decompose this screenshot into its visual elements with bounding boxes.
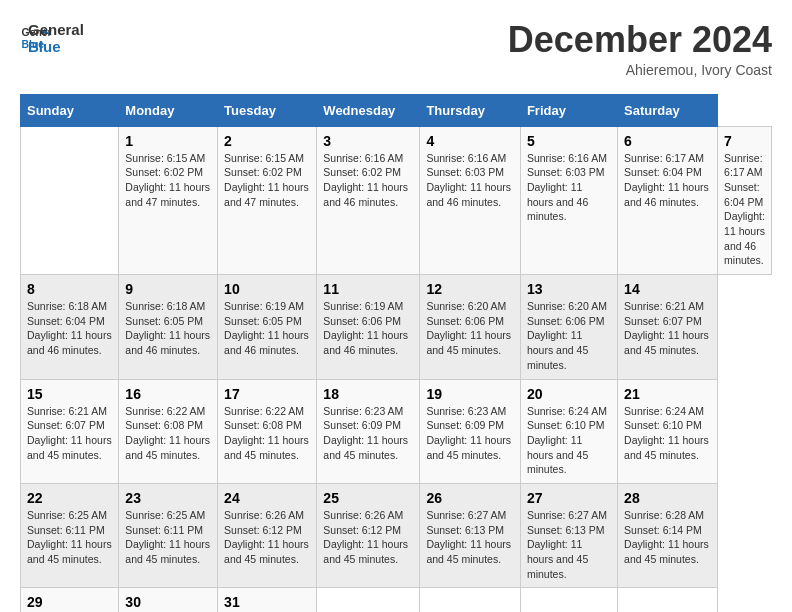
week-row-1: 1Sunrise: 6:15 AMSunset: 6:02 PMDaylight… — [21, 126, 772, 275]
day-number: 6 — [624, 133, 711, 149]
day-info: Sunrise: 6:17 AMSunset: 6:04 PMDaylight:… — [724, 152, 765, 267]
day-number: 3 — [323, 133, 413, 149]
day-cell-14: 14Sunrise: 6:21 AMSunset: 6:07 PMDayligh… — [618, 275, 718, 379]
day-number: 16 — [125, 386, 211, 402]
week-row-4: 22Sunrise: 6:25 AMSunset: 6:11 PMDayligh… — [21, 483, 772, 587]
day-info: Sunrise: 6:27 AMSunset: 6:13 PMDaylight:… — [426, 509, 511, 565]
day-info: Sunrise: 6:20 AMSunset: 6:06 PMDaylight:… — [426, 300, 511, 356]
header-tuesday: Tuesday — [218, 94, 317, 126]
location-subtitle: Ahieremou, Ivory Coast — [508, 62, 772, 78]
day-info: Sunrise: 6:20 AMSunset: 6:06 PMDaylight:… — [527, 300, 607, 371]
day-number: 24 — [224, 490, 310, 506]
header-wednesday: Wednesday — [317, 94, 420, 126]
day-number: 1 — [125, 133, 211, 149]
day-cell-10: 10Sunrise: 6:19 AMSunset: 6:05 PMDayligh… — [218, 275, 317, 379]
day-number: 4 — [426, 133, 514, 149]
day-cell-4: 4Sunrise: 6:16 AMSunset: 6:03 PMDaylight… — [420, 126, 521, 275]
day-info: Sunrise: 6:18 AMSunset: 6:04 PMDaylight:… — [27, 300, 112, 356]
day-info: Sunrise: 6:19 AMSunset: 6:05 PMDaylight:… — [224, 300, 309, 356]
day-number: 28 — [624, 490, 711, 506]
day-cell-20: 20Sunrise: 6:24 AMSunset: 6:10 PMDayligh… — [520, 379, 617, 483]
header-thursday: Thursday — [420, 94, 521, 126]
logo-line2: Blue — [28, 39, 84, 56]
day-number: 2 — [224, 133, 310, 149]
day-info: Sunrise: 6:23 AMSunset: 6:09 PMDaylight:… — [323, 405, 408, 461]
day-cell-31: 31Sunrise: 6:29 AMSunset: 6:15 PMDayligh… — [218, 588, 317, 612]
day-cell-23: 23Sunrise: 6:25 AMSunset: 6:11 PMDayligh… — [119, 483, 218, 587]
day-number: 15 — [27, 386, 112, 402]
empty-cell — [317, 588, 420, 612]
day-cell-18: 18Sunrise: 6:23 AMSunset: 6:09 PMDayligh… — [317, 379, 420, 483]
day-number: 22 — [27, 490, 112, 506]
day-cell-2: 2Sunrise: 6:15 AMSunset: 6:02 PMDaylight… — [218, 126, 317, 275]
day-cell-9: 9Sunrise: 6:18 AMSunset: 6:05 PMDaylight… — [119, 275, 218, 379]
day-info: Sunrise: 6:15 AMSunset: 6:02 PMDaylight:… — [125, 152, 210, 208]
day-info: Sunrise: 6:23 AMSunset: 6:09 PMDaylight:… — [426, 405, 511, 461]
empty-cell — [420, 588, 521, 612]
day-cell-28: 28Sunrise: 6:28 AMSunset: 6:14 PMDayligh… — [618, 483, 718, 587]
day-number: 30 — [125, 594, 211, 610]
calendar-header-row: SundayMondayTuesdayWednesdayThursdayFrid… — [21, 94, 772, 126]
day-number: 9 — [125, 281, 211, 297]
logo-line1: General — [28, 22, 84, 39]
day-info: Sunrise: 6:25 AMSunset: 6:11 PMDaylight:… — [27, 509, 112, 565]
day-number: 11 — [323, 281, 413, 297]
header-monday: Monday — [119, 94, 218, 126]
day-info: Sunrise: 6:21 AMSunset: 6:07 PMDaylight:… — [27, 405, 112, 461]
day-info: Sunrise: 6:28 AMSunset: 6:14 PMDaylight:… — [624, 509, 709, 565]
header-friday: Friday — [520, 94, 617, 126]
day-cell-27: 27Sunrise: 6:27 AMSunset: 6:13 PMDayligh… — [520, 483, 617, 587]
day-info: Sunrise: 6:17 AMSunset: 6:04 PMDaylight:… — [624, 152, 709, 208]
day-info: Sunrise: 6:16 AMSunset: 6:03 PMDaylight:… — [527, 152, 607, 223]
day-number: 31 — [224, 594, 310, 610]
day-cell-21: 21Sunrise: 6:24 AMSunset: 6:10 PMDayligh… — [618, 379, 718, 483]
day-cell-11: 11Sunrise: 6:19 AMSunset: 6:06 PMDayligh… — [317, 275, 420, 379]
day-cell-25: 25Sunrise: 6:26 AMSunset: 6:12 PMDayligh… — [317, 483, 420, 587]
day-info: Sunrise: 6:24 AMSunset: 6:10 PMDaylight:… — [624, 405, 709, 461]
header-sunday: Sunday — [21, 94, 119, 126]
title-block: December 2024 Ahieremou, Ivory Coast — [508, 20, 772, 78]
day-info: Sunrise: 6:22 AMSunset: 6:08 PMDaylight:… — [224, 405, 309, 461]
day-info: Sunrise: 6:26 AMSunset: 6:12 PMDaylight:… — [323, 509, 408, 565]
day-cell-16: 16Sunrise: 6:22 AMSunset: 6:08 PMDayligh… — [119, 379, 218, 483]
day-number: 27 — [527, 490, 611, 506]
day-info: Sunrise: 6:15 AMSunset: 6:02 PMDaylight:… — [224, 152, 309, 208]
page-header: General Blue General Blue December 2024 … — [20, 20, 772, 78]
day-number: 13 — [527, 281, 611, 297]
day-cell-22: 22Sunrise: 6:25 AMSunset: 6:11 PMDayligh… — [21, 483, 119, 587]
week-row-2: 8Sunrise: 6:18 AMSunset: 6:04 PMDaylight… — [21, 275, 772, 379]
day-number: 18 — [323, 386, 413, 402]
day-cell-6: 6Sunrise: 6:17 AMSunset: 6:04 PMDaylight… — [618, 126, 718, 275]
day-number: 8 — [27, 281, 112, 297]
day-cell-5: 5Sunrise: 6:16 AMSunset: 6:03 PMDaylight… — [520, 126, 617, 275]
day-number: 21 — [624, 386, 711, 402]
day-number: 23 — [125, 490, 211, 506]
day-cell-1: 1Sunrise: 6:15 AMSunset: 6:02 PMDaylight… — [119, 126, 218, 275]
day-cell-7: 7Sunrise: 6:17 AMSunset: 6:04 PMDaylight… — [718, 126, 772, 275]
day-cell-19: 19Sunrise: 6:23 AMSunset: 6:09 PMDayligh… — [420, 379, 521, 483]
day-info: Sunrise: 6:25 AMSunset: 6:11 PMDaylight:… — [125, 509, 210, 565]
day-number: 19 — [426, 386, 514, 402]
day-cell-13: 13Sunrise: 6:20 AMSunset: 6:06 PMDayligh… — [520, 275, 617, 379]
day-cell-17: 17Sunrise: 6:22 AMSunset: 6:08 PMDayligh… — [218, 379, 317, 483]
empty-cell — [21, 126, 119, 275]
day-cell-3: 3Sunrise: 6:16 AMSunset: 6:02 PMDaylight… — [317, 126, 420, 275]
day-cell-12: 12Sunrise: 6:20 AMSunset: 6:06 PMDayligh… — [420, 275, 521, 379]
day-number: 5 — [527, 133, 611, 149]
day-info: Sunrise: 6:19 AMSunset: 6:06 PMDaylight:… — [323, 300, 408, 356]
day-number: 12 — [426, 281, 514, 297]
day-cell-24: 24Sunrise: 6:26 AMSunset: 6:12 PMDayligh… — [218, 483, 317, 587]
day-number: 14 — [624, 281, 711, 297]
header-saturday: Saturday — [618, 94, 718, 126]
day-number: 29 — [27, 594, 112, 610]
day-number: 20 — [527, 386, 611, 402]
calendar-table: SundayMondayTuesdayWednesdayThursdayFrid… — [20, 94, 772, 612]
day-number: 25 — [323, 490, 413, 506]
day-number: 17 — [224, 386, 310, 402]
day-cell-26: 26Sunrise: 6:27 AMSunset: 6:13 PMDayligh… — [420, 483, 521, 587]
day-info: Sunrise: 6:21 AMSunset: 6:07 PMDaylight:… — [624, 300, 709, 356]
empty-cell — [618, 588, 718, 612]
day-info: Sunrise: 6:16 AMSunset: 6:03 PMDaylight:… — [426, 152, 511, 208]
logo: General Blue General Blue — [20, 20, 84, 55]
day-number: 10 — [224, 281, 310, 297]
